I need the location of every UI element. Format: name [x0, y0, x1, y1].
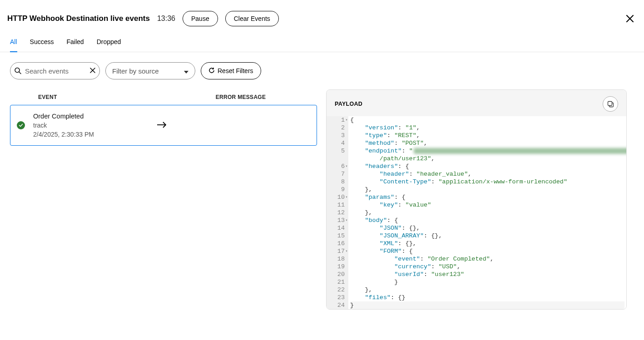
- filter-bar: Filter by source Reset Filters: [0, 52, 644, 89]
- chevron-down-icon: [184, 67, 188, 75]
- tab-dropped[interactable]: Dropped: [97, 34, 121, 52]
- copy-icon: [607, 101, 614, 108]
- filter-source-label: Filter by source: [112, 67, 159, 75]
- events-column: EVENT ERROR MESSAGE Order Completed trac…: [10, 89, 317, 310]
- code-editor[interactable]: 123456789101112131415161718192021222324 …: [327, 116, 626, 309]
- svg-line-1: [19, 72, 21, 74]
- header: HTTP Webhook Destination live events 13:…: [0, 0, 644, 34]
- payload-title: PAYLOAD: [335, 101, 362, 107]
- refresh-icon: [208, 67, 215, 75]
- search-wrapper: [10, 62, 100, 79]
- arrow-right-icon: [157, 122, 167, 129]
- clear-search-icon[interactable]: [90, 67, 95, 74]
- line-gutter: 123456789101112131415161718192021222324: [327, 116, 348, 309]
- svg-rect-4: [608, 101, 612, 105]
- column-header-error: ERROR MESSAGE: [164, 94, 317, 100]
- event-info: Order Completed track 2/4/2025, 2:30:33 …: [33, 113, 147, 138]
- payload-header: PAYLOAD: [327, 90, 626, 116]
- search-input[interactable]: [10, 62, 100, 79]
- table-header: EVENT ERROR MESSAGE: [10, 89, 317, 105]
- payload-panel: PAYLOAD 12345678910111213141516171819202…: [326, 89, 627, 310]
- code-body: { "version": "1", "type": "REST", "metho…: [348, 116, 626, 309]
- event-row[interactable]: Order Completed track 2/4/2025, 2:30:33 …: [10, 105, 317, 146]
- pause-button[interactable]: Pause: [183, 11, 218, 26]
- filter-source-dropdown[interactable]: Filter by source: [105, 62, 195, 79]
- search-icon: [15, 68, 21, 74]
- event-name: Order Completed: [33, 113, 147, 120]
- column-header-event: EVENT: [10, 94, 164, 100]
- page-title: HTTP Webhook Destination live events: [7, 14, 150, 23]
- status-success-icon: [17, 121, 25, 129]
- tab-success[interactable]: Success: [30, 34, 54, 52]
- tabs: All Success Failed Dropped: [0, 34, 644, 52]
- copy-button[interactable]: [603, 96, 618, 112]
- clear-events-button[interactable]: Clear Events: [225, 11, 279, 26]
- content-area: EVENT ERROR MESSAGE Order Completed trac…: [0, 89, 644, 310]
- event-timestamp: 2/4/2025, 2:30:33 PM: [33, 131, 147, 138]
- close-icon[interactable]: [626, 15, 634, 23]
- tab-all[interactable]: All: [10, 34, 17, 52]
- reset-filters-button[interactable]: Reset Filters: [201, 62, 261, 79]
- tab-failed[interactable]: Failed: [66, 34, 84, 52]
- event-type: track: [33, 122, 147, 129]
- reset-filters-label: Reset Filters: [218, 67, 253, 74]
- time-label: 13:36: [157, 15, 175, 23]
